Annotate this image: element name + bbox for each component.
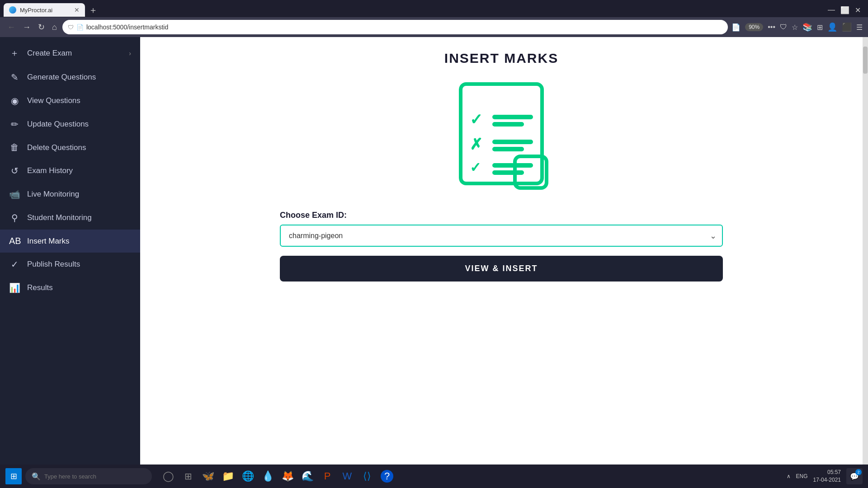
sidebar-item-student-monitoring[interactable]: ⚲ Student Monitoring <box>0 206 140 230</box>
taskbar-app-help[interactable]: ? <box>378 467 396 485</box>
tab-favicon <box>9 6 16 14</box>
svg-rect-3 <box>492 115 533 119</box>
tabs-icon[interactable]: ⊞ <box>817 23 823 32</box>
library-icon[interactable]: 📚 <box>802 22 812 32</box>
choose-exam-label: Choose Exam ID: <box>280 211 347 220</box>
bookmark-icon[interactable]: ☆ <box>792 23 798 32</box>
taskbar-app-task-view[interactable]: ⊞ <box>179 467 197 485</box>
minimize-button[interactable]: — <box>828 6 835 14</box>
taskbar-app-5[interactable]: 💧 <box>259 467 277 485</box>
reader-view-icon[interactable]: 📄 <box>731 23 741 32</box>
tab-close-button[interactable]: ✕ <box>74 6 80 14</box>
svg-text:✗: ✗ <box>470 136 482 153</box>
back-button[interactable]: ← <box>5 21 17 34</box>
more-options-icon[interactable]: ••• <box>768 23 775 31</box>
notification-center[interactable]: 💬 2 <box>846 468 863 484</box>
page-icon: 📄 <box>76 24 84 31</box>
notification-badge: 2 <box>855 469 862 475</box>
svg-text:✓: ✓ <box>470 160 481 175</box>
sidebar-label-delete-questions: Delete Questions <box>27 143 86 152</box>
taskbar-right: ∧ ENG 05:57 17-04-2021 💬 2 <box>787 468 863 484</box>
svg-rect-10 <box>492 170 524 175</box>
page-title: INSERT MARKS <box>444 51 558 66</box>
sidebar-label-student-monitoring: Student Monitoring <box>27 213 92 222</box>
taskbar-app-edge[interactable]: 🌊 <box>298 467 316 485</box>
account-icon[interactable]: 👤 <box>827 22 837 32</box>
taskbar-app-powerpoint[interactable]: P <box>318 467 336 485</box>
taskbar-app-chrome[interactable]: 🌐 <box>239 467 257 485</box>
date-display: 17-04-2021 <box>813 476 841 484</box>
sidebar-item-generate-questions[interactable]: ✎ Generate Questions <box>0 66 140 89</box>
taskbar-search-input[interactable] <box>44 473 146 480</box>
svg-rect-4 <box>492 122 524 127</box>
new-tab-button[interactable]: ＋ <box>89 4 98 16</box>
sidebar-item-view-questions[interactable]: ◉ View Questions <box>0 89 140 113</box>
nav-actions: 📄 90% ••• 🛡 ☆ 📚 ⊞ 👤 ⬛ ☰ <box>731 22 863 32</box>
nav-bar: ← → ↻ ⌂ 🛡 📄 📄 90% ••• 🛡 ☆ 📚 ⊞ 👤 ⬛ ☰ <box>0 17 868 37</box>
tab-title: MyProctor.ai <box>20 7 71 14</box>
view-insert-button[interactable]: VIEW & INSERT <box>280 256 723 282</box>
svg-rect-9 <box>492 163 533 168</box>
exam-id-select[interactable]: charming-pigeon <box>280 225 723 247</box>
scrollbar[interactable] <box>863 37 868 465</box>
sidebar: ＋ Create Exam › ✎ Generate Questions ◉ V… <box>0 37 140 465</box>
taskbar-app-3[interactable]: 🦋 <box>199 467 217 485</box>
main-content: INSERT MARKS ✓ ✗ ✓ Choose Exam ID: <box>140 37 863 465</box>
security-icon: 🛡 <box>68 24 74 31</box>
close-button[interactable]: ✕ <box>855 6 861 14</box>
svg-rect-6 <box>492 140 533 144</box>
svg-rect-7 <box>492 147 524 151</box>
taskbar-clock: 05:57 17-04-2021 <box>813 469 841 484</box>
insert-marks-icon: AB <box>9 236 20 246</box>
exam-id-select-wrapper: charming-pigeon ⌄ <box>280 225 723 247</box>
maximize-button[interactable]: ⬜ <box>840 6 849 14</box>
address-input[interactable] <box>86 23 722 31</box>
taskbar-app-word[interactable]: W <box>338 467 356 485</box>
app-layout: ＋ Create Exam › ✎ Generate Questions ◉ V… <box>0 37 868 465</box>
chevron-right-icon: › <box>129 50 131 57</box>
sidebar-label-publish-results: Publish Results <box>27 260 80 269</box>
chevron-up-icon[interactable]: ∧ <box>787 473 791 479</box>
sidebar-item-update-questions[interactable]: ✏ Update Questions <box>0 113 140 136</box>
create-exam-icon: ＋ <box>9 47 20 59</box>
sidebar-item-create-exam[interactable]: ＋ Create Exam › <box>0 41 140 66</box>
sidebar-item-publish-results[interactable]: ✓ Publish Results <box>0 253 140 276</box>
sidebar-label-generate-questions: Generate Questions <box>27 73 96 82</box>
svg-text:✓: ✓ <box>470 111 482 128</box>
sidebar-item-insert-marks[interactable]: AB Insert Marks <box>0 230 140 253</box>
menu-icon[interactable]: ☰ <box>856 23 863 32</box>
search-icon: 🔍 <box>32 472 41 481</box>
active-tab[interactable]: MyProctor.ai ✕ <box>4 3 85 17</box>
extensions-icon[interactable]: ⬛ <box>842 22 852 32</box>
time-display: 05:57 <box>813 469 841 476</box>
taskbar-search-bar[interactable]: 🔍 <box>25 468 152 484</box>
taskbar-lang: ENG <box>796 473 808 479</box>
taskbar-apps: ◯ ⊞ 🦋 📁 🌐 💧 🦊 🌊 P W ⟨⟩ <box>159 467 396 485</box>
tab-bar: MyProctor.ai ✕ ＋ — ⬜ ✕ <box>0 0 868 17</box>
scrollbar-thumb[interactable] <box>863 47 868 74</box>
home-button[interactable]: ⌂ <box>50 21 59 34</box>
start-button[interactable]: ⊞ <box>5 468 22 484</box>
sidebar-label-create-exam: Create Exam <box>27 49 72 58</box>
live-monitoring-icon: 📹 <box>9 189 20 200</box>
taskbar-app-cortana[interactable]: ◯ <box>159 467 177 485</box>
publish-results-icon: ✓ <box>9 259 20 270</box>
taskbar-app-vscode[interactable]: ⟨⟩ <box>358 467 376 485</box>
reload-button[interactable]: ↻ <box>36 20 47 34</box>
view-questions-icon: ◉ <box>9 95 20 106</box>
sidebar-item-results[interactable]: 📊 Results <box>0 276 140 300</box>
window-controls: — ⬜ ✕ <box>828 6 864 14</box>
taskbar-app-firefox[interactable]: 🦊 <box>278 467 297 485</box>
sidebar-item-live-monitoring[interactable]: 📹 Live Monitoring <box>0 183 140 206</box>
sidebar-label-exam-history: Exam History <box>27 166 73 175</box>
sidebar-item-exam-history[interactable]: ↺ Exam History <box>0 159 140 183</box>
forward-button[interactable]: → <box>21 21 33 34</box>
taskbar-app-files[interactable]: 📁 <box>219 467 237 485</box>
zoom-level[interactable]: 90% <box>745 23 763 31</box>
pocket-icon[interactable]: 🛡 <box>780 23 787 31</box>
sidebar-item-delete-questions[interactable]: 🗑 Delete Questions <box>0 136 140 159</box>
address-bar[interactable]: 🛡 📄 <box>62 20 728 34</box>
insert-marks-illustration: ✓ ✗ ✓ <box>447 80 556 192</box>
sidebar-label-update-questions: Update Questions <box>27 120 89 129</box>
student-monitoring-icon: ⚲ <box>9 212 20 223</box>
